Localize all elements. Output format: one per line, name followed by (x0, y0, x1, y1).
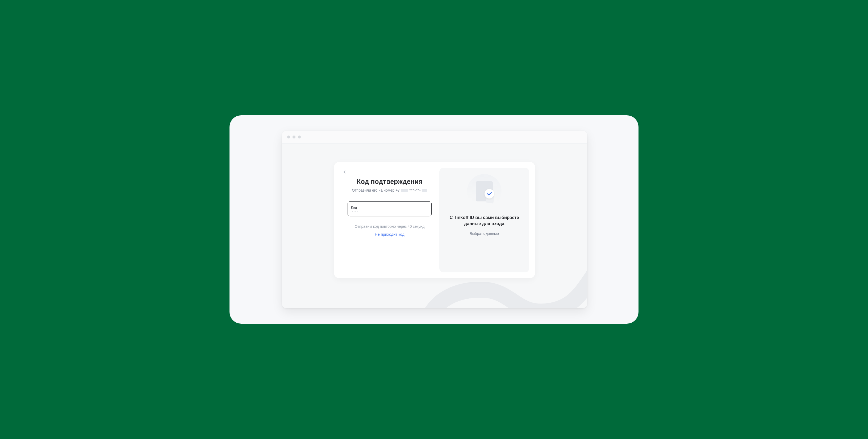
traffic-light-close[interactable] (287, 136, 290, 138)
no-code-link[interactable]: Не приходит код (375, 232, 404, 237)
code-input-value (351, 210, 428, 214)
browser-viewport: Код подтверждения Отправили его на номер… (282, 143, 587, 308)
phone-mask-block (401, 189, 408, 192)
phone-subtitle: Отправили его на номер +7 ***-**- (352, 188, 427, 192)
auth-card: Код подтверждения Отправили его на номер… (334, 162, 535, 278)
promo-illustration (467, 174, 501, 209)
resend-countdown: Отправим код повторно через 40 секунд (355, 224, 425, 229)
page-title: Код подтверждения (356, 178, 423, 185)
promo-pane: С Tinkoff ID вы сами выбираете данные дл… (439, 168, 529, 272)
promo-title: С Tinkoff ID вы сами выбираете данные дл… (445, 214, 523, 227)
choose-data-button[interactable]: Выбрать данные (470, 232, 499, 236)
browser-window: Код подтверждения Отправили его на номер… (282, 131, 587, 308)
checkmark-icon (486, 191, 492, 197)
arrow-left-icon (342, 169, 347, 175)
back-button[interactable] (341, 168, 348, 176)
code-input[interactable]: Код (348, 201, 432, 216)
phone-mask-block (422, 189, 427, 192)
code-entry-pane: Код подтверждения Отправили его на номер… (340, 168, 439, 272)
page-canvas: Код подтверждения Отправили его на номер… (229, 115, 639, 324)
browser-title-bar (282, 131, 587, 143)
traffic-light-minimize[interactable] (292, 136, 296, 138)
text-caret (351, 210, 351, 214)
traffic-light-maximize[interactable] (298, 136, 301, 138)
phone-mask-stars: ***-**- (409, 188, 421, 192)
code-input-label: Код (351, 206, 428, 209)
checkmark-badge (485, 189, 494, 199)
subtitle-prefix: Отправили его на номер +7 (352, 188, 400, 192)
